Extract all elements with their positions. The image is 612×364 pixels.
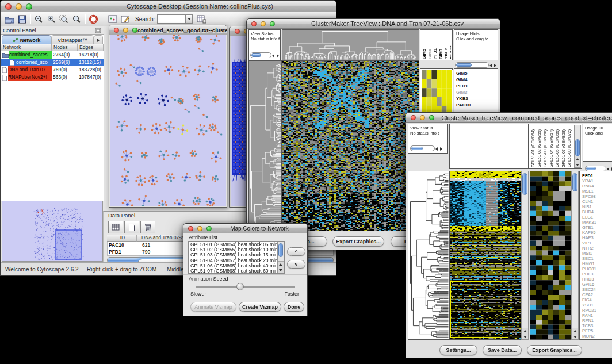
network-view-titlebar[interactable]: combined_scores_good.txt--cluste... [109, 25, 227, 35]
gene-label[interactable]: YSH1 [580, 302, 612, 308]
done-button[interactable]: Done [284, 302, 304, 312]
tab-network[interactable]: Network [2, 35, 51, 45]
zoom-button[interactable] [429, 115, 434, 120]
gene-label[interactable]: NIS1 [580, 204, 612, 209]
gene-label[interactable]: GIM4 [454, 76, 498, 83]
gene-label[interactable]: PAN1 [580, 313, 612, 318]
save-icon[interactable] [16, 13, 28, 25]
attribute-listbox[interactable]: GPL51-01 (GSM854) heat shock 05 minGPL51… [188, 241, 285, 274]
zoom-button[interactable] [270, 21, 275, 26]
speed-slider-track[interactable] [196, 286, 295, 288]
gene-label[interactable]: PUF3 [580, 271, 612, 277]
gene-label[interactable]: MAK31 [580, 220, 612, 225]
zoom-in-icon[interactable] [45, 13, 58, 25]
gene-label[interactable]: SEC1 [580, 256, 612, 261]
delete-attribute-button[interactable] [140, 221, 155, 233]
save-data-button[interactable]: Save Data... [483, 345, 522, 355]
tab-overflow-arrow[interactable] [94, 35, 103, 45]
heatmap-vscrollbar[interactable] [521, 171, 529, 340]
gene-label[interactable]: VIP1 [580, 240, 612, 246]
heatmap-canvas[interactable] [282, 60, 419, 232]
dialog-titlebar[interactable]: Map Colors to Network [183, 224, 307, 233]
gene-label[interactable]: RPO21 [580, 308, 612, 313]
zoom-button[interactable] [206, 226, 212, 231]
gene-label[interactable]: CLN1 [580, 199, 612, 204]
minimize-button[interactable] [16, 3, 22, 10]
export-graphics-button[interactable]: Export Graphics... [527, 345, 582, 355]
zoom-button[interactable] [26, 3, 32, 10]
minimize-button[interactable] [261, 21, 266, 26]
open-folder-icon[interactable] [3, 13, 16, 25]
network-table-row[interactable]: DNA and Tran 07 769(0) 183728(0) [1, 66, 104, 74]
new-attribute-button[interactable] [124, 221, 139, 233]
move-down-button[interactable]: v [287, 260, 305, 269]
zoom-selected-icon[interactable] [70, 13, 83, 25]
minimize-button[interactable] [197, 226, 202, 231]
gene-label[interactable]: TCB3 [580, 323, 612, 328]
usage-hints-scrollbar[interactable] [455, 62, 496, 68]
gene-label[interactable]: FIG4 [580, 297, 612, 302]
help-lifebuoy-icon[interactable] [87, 13, 100, 25]
close-button[interactable] [114, 28, 119, 33]
network-table-row[interactable]: combined_scores 2764(0) 16218(0) [1, 51, 104, 59]
gene-label[interactable]: YRA1 [580, 178, 612, 183]
close-button[interactable] [235, 29, 240, 34]
create-vizmap-button[interactable]: Create Vizmap [239, 302, 281, 312]
speed-slider-thumb[interactable] [236, 283, 244, 290]
gene-label[interactable]: ELG1 [580, 214, 612, 220]
birdseye-overview[interactable] [2, 201, 103, 262]
gene-label[interactable]: BUD4 [580, 209, 612, 214]
close-button[interactable] [411, 115, 416, 120]
export-graphics-button[interactable]: Export Graphics... [332, 236, 384, 247]
gene-label[interactable]: PHO81 [580, 266, 612, 271]
gene-label[interactable]: GTB1 [580, 225, 612, 230]
main-window-titlebar[interactable]: Cytoscape Desktop (Session Name: collins… [1, 1, 336, 13]
gene-label[interactable]: SPC98 [580, 194, 612, 199]
birdseye-view-icon[interactable] [106, 13, 119, 25]
row-dendrogram-canvas[interactable] [408, 171, 449, 340]
overview-canvas[interactable] [2, 201, 102, 261]
zoom-out-icon[interactable] [32, 13, 45, 25]
treeview-dna-titlebar[interactable]: ClusterMaker TreeView : DNA and Tran 07-… [247, 19, 500, 29]
gene-label[interactable]: MSI1 [580, 251, 612, 256]
gene-label[interactable]: PFD1 [454, 83, 498, 89]
gene-label[interactable]: CPA2 [580, 292, 612, 297]
attribute-item[interactable]: GPL51-07 (GSM868) heat shock 60 min [189, 269, 284, 274]
search-input[interactable] [157, 14, 186, 24]
animate-vizmap-button[interactable]: Animate Vizmap [190, 302, 236, 312]
view-status-scrollbar[interactable] [410, 145, 442, 151]
gene-label[interactable]: SEC24 [580, 287, 612, 292]
zoom-fit-icon[interactable] [58, 13, 70, 25]
gene-label[interactable]: GIM5 [454, 70, 498, 76]
zoom-vscrollbar[interactable] [571, 171, 579, 340]
gene-label[interactable]: PEP5 [580, 328, 612, 334]
row-dendrogram-canvas[interactable] [248, 60, 282, 232]
heatmap-canvas[interactable] [449, 171, 522, 340]
gene-label[interactable]: MSL1 [580, 189, 612, 194]
settings-button[interactable]: Settings... [439, 345, 477, 355]
treeview-combined-titlebar[interactable]: ClusterMaker TreeView : combined_scores_… [406, 113, 612, 123]
gene-label[interactable]: GPI16 [580, 282, 612, 287]
close-button[interactable] [188, 226, 193, 231]
tab-vizmapper[interactable]: VizMapper™ [51, 35, 94, 45]
gene-label[interactable]: MON2 [580, 334, 612, 339]
network-table-row[interactable]: RNAPuberNov2+I 563(0) 107847(0) [1, 74, 104, 81]
gene-label[interactable]: RPN1 [580, 318, 612, 323]
column-labels-scrollbar[interactable] [574, 125, 581, 168]
move-up-button[interactable]: ^ [287, 247, 305, 256]
view-status-scrollbar[interactable] [250, 52, 279, 58]
minimize-button[interactable] [123, 28, 128, 33]
close-button[interactable] [5, 3, 12, 10]
gene-label[interactable]: GIM3 [454, 89, 498, 95]
gene-label[interactable]: PFD1 [580, 173, 612, 178]
gene-label[interactable]: HAP3 [580, 235, 612, 240]
network-canvas[interactable] [110, 35, 226, 206]
network-table-row-selected[interactable]: combined_sco 2569(6) 13112(15) [1, 59, 104, 66]
zoom-heatmap-canvas[interactable] [530, 171, 571, 340]
search-dropdown-arrow[interactable] [186, 14, 193, 24]
gene-label[interactable]: YKE2 [454, 95, 498, 102]
gene-label[interactable]: HRD3 [580, 277, 612, 282]
minimize-button[interactable] [420, 115, 425, 120]
zoom-button[interactable] [132, 28, 137, 33]
close-button[interactable] [251, 21, 257, 26]
